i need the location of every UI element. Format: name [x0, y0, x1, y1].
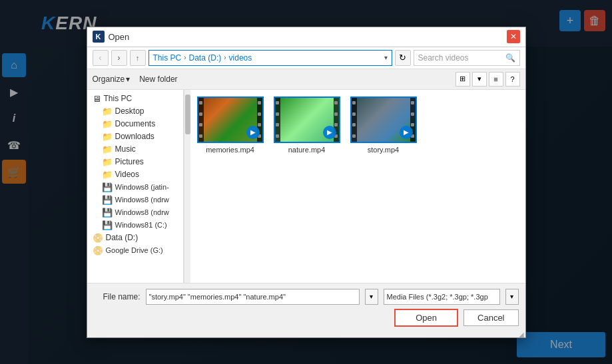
- file-tree: 🖥 This PC 📁 Desktop 📁 Documents 📁 Downlo…: [87, 90, 184, 283]
- this-pc-icon: 🖥: [93, 94, 101, 104]
- tree-label-videos: Videos: [115, 170, 139, 179]
- tree-label-win8-3: Windows8 (ndrw: [115, 208, 169, 216]
- file-item-memories[interactable]: ▶ memories.mp4: [197, 96, 264, 154]
- tree-scrollbar-thumb[interactable]: [185, 94, 190, 134]
- pictures-folder-icon: 📁: [102, 157, 113, 167]
- tree-label-data-d: Data (D:): [106, 233, 139, 242]
- dialog-overlay: K Open ✕ ‹ › ↑ This PC › Data (D:) › vid…: [0, 0, 612, 364]
- documents-folder-icon: 📁: [102, 119, 113, 129]
- tree-label-win8-1: Windows8 (jatin-: [115, 183, 169, 191]
- tree-item-win81[interactable]: 💾 Windows81 (C:): [87, 219, 183, 232]
- file-thumb-nature[interactable]: ▶: [274, 96, 340, 143]
- tree-item-win8-2[interactable]: 💾 Windows8 (ndrw: [87, 194, 183, 206]
- path-bar[interactable]: This PC › Data (D:) › videos ▾: [149, 50, 392, 66]
- view-help-button[interactable]: ?: [505, 72, 520, 87]
- filename-value: "story.mp4" "memories.mp4" "nature.mp4": [149, 293, 286, 301]
- tree-item-win8-1[interactable]: 💾 Windows8 (jatin-: [87, 181, 183, 194]
- film-strip-left-story: [352, 98, 357, 142]
- search-icon: 🔍: [505, 53, 515, 63]
- downloads-folder-icon: 📁: [102, 132, 113, 142]
- tree-label-music: Music: [115, 144, 136, 154]
- tree-item-data-d[interactable]: 📀 Data (D:): [87, 232, 183, 244]
- win8-3-drive-icon: 💾: [102, 208, 113, 218]
- dialog-close-button[interactable]: ✕: [507, 30, 520, 43]
- view-dropdown-button[interactable]: ▾: [472, 72, 487, 87]
- tree-item-videos[interactable]: 📁 Videos: [87, 168, 183, 181]
- win81-drive-icon: 💾: [102, 220, 113, 230]
- open-button[interactable]: Open: [394, 309, 458, 327]
- filename-label: File name:: [94, 292, 141, 301]
- file-item-story[interactable]: ▶ story.mp4: [350, 96, 417, 154]
- up-button[interactable]: ↑: [130, 50, 146, 66]
- dialog-titlebar: K Open ✕: [87, 27, 525, 47]
- tree-label-win81: Windows81 (C:): [115, 221, 167, 229]
- tree-scrollbar[interactable]: [184, 90, 190, 283]
- filename-input[interactable]: "story.mp4" "memories.mp4" "nature.mp4": [146, 289, 360, 305]
- filename-row: File name: "story.mp4" "memories.mp4" "n…: [94, 289, 519, 305]
- filename-dropdown-button[interactable]: ▾: [365, 289, 378, 305]
- organize-label: Organize: [93, 75, 125, 84]
- open-dialog: K Open ✕ ‹ › ↑ This PC › Data (D:) › vid…: [87, 27, 526, 338]
- tree-item-desktop[interactable]: 📁 Desktop: [87, 105, 183, 118]
- path-this-pc[interactable]: This PC: [153, 53, 182, 63]
- filetype-select[interactable]: Media Files (*.3g2; *.3gp; *.3gp: [384, 289, 500, 305]
- resize-handle[interactable]: ◢: [87, 332, 525, 337]
- dialog-footer: File name: "story.mp4" "memories.mp4" "n…: [87, 283, 525, 332]
- tree-item-this-pc[interactable]: 🖥 This PC: [87, 92, 183, 105]
- search-box[interactable]: Search videos 🔍: [414, 50, 520, 66]
- tree-item-documents[interactable]: 📁 Documents: [87, 118, 183, 130]
- dialog-title-left: K Open: [93, 31, 130, 43]
- file-label-nature: nature.mp4: [288, 146, 326, 154]
- tree-item-music[interactable]: 📁 Music: [87, 143, 183, 156]
- path-videos[interactable]: videos: [229, 53, 252, 63]
- tree-item-google-drive[interactable]: 📀 Google Drive (G:): [87, 244, 183, 257]
- film-strip-left-nature: [275, 98, 280, 142]
- new-folder-button[interactable]: New folder: [135, 73, 181, 85]
- win8-1-drive-icon: 💾: [102, 182, 113, 192]
- tree-label-win8-2: Windows8 (ndrw: [115, 196, 169, 204]
- dialog-toolbar2: Organize ▾ New folder ⊞ ▾ ≡ ?: [87, 69, 525, 90]
- refresh-button[interactable]: ↻: [395, 50, 411, 66]
- search-placeholder: Search videos: [418, 53, 469, 63]
- file-grid: ▶ memories.mp4: [190, 90, 525, 283]
- file-thumb-story[interactable]: ▶: [350, 96, 417, 143]
- dialog-logo-icon: K: [93, 31, 105, 43]
- dialog-body: 🖥 This PC 📁 Desktop 📁 Documents 📁 Downlo…: [87, 90, 525, 283]
- desktop-folder-icon: 📁: [102, 106, 113, 116]
- play-icon-memories: ▶: [246, 126, 260, 139]
- tree-label-documents: Documents: [115, 119, 156, 128]
- tree-label-google-drive: Google Drive (G:): [106, 246, 163, 254]
- film-strip-left-memories: [198, 98, 204, 142]
- music-folder-icon: 📁: [102, 144, 113, 154]
- view-details-button[interactable]: ≡: [489, 72, 503, 87]
- tree-label-this-pc: This PC: [104, 94, 133, 103]
- cancel-button[interactable]: Cancel: [463, 309, 518, 326]
- play-icon-story: ▶: [400, 126, 413, 139]
- tree-item-pictures[interactable]: 📁 Pictures: [87, 156, 183, 168]
- filetype-value: Media Files (*.3g2; *.3gp; *.3gp: [387, 293, 488, 301]
- tree-item-win8-3[interactable]: 💾 Windows8 (ndrw: [87, 206, 183, 219]
- file-item-nature[interactable]: ▶ nature.mp4: [274, 96, 340, 154]
- tree-label-pictures: Pictures: [115, 157, 144, 166]
- path-data[interactable]: Data (D:): [189, 53, 222, 63]
- play-icon-nature: ▶: [323, 126, 336, 139]
- data-d-drive-icon: 📀: [93, 233, 103, 243]
- view-buttons: ⊞ ▾ ≡ ?: [456, 72, 520, 87]
- dialog-title: Open: [109, 32, 130, 42]
- tree-label-desktop: Desktop: [115, 106, 145, 116]
- forward-button[interactable]: ›: [111, 50, 127, 66]
- file-thumb-memories[interactable]: ▶: [197, 96, 264, 143]
- filetype-dropdown-button[interactable]: ▾: [505, 289, 519, 305]
- tree-item-downloads[interactable]: 📁 Downloads: [87, 130, 183, 143]
- organize-chevron-icon: ▾: [126, 75, 130, 84]
- tree-label-downloads: Downloads: [115, 132, 154, 141]
- back-button[interactable]: ‹: [93, 50, 109, 66]
- action-row: Open Cancel: [94, 309, 519, 327]
- organize-button[interactable]: Organize ▾: [93, 75, 131, 84]
- google-drive-icon: 📀: [93, 246, 103, 256]
- path-dropdown-icon[interactable]: ▾: [384, 54, 388, 61]
- videos-folder-icon: 📁: [102, 170, 113, 180]
- file-label-memories: memories.mp4: [206, 146, 254, 154]
- view-grid-button[interactable]: ⊞: [456, 72, 470, 87]
- dialog-nav-toolbar: ‹ › ↑ This PC › Data (D:) › videos ▾ ↻ S…: [87, 47, 525, 69]
